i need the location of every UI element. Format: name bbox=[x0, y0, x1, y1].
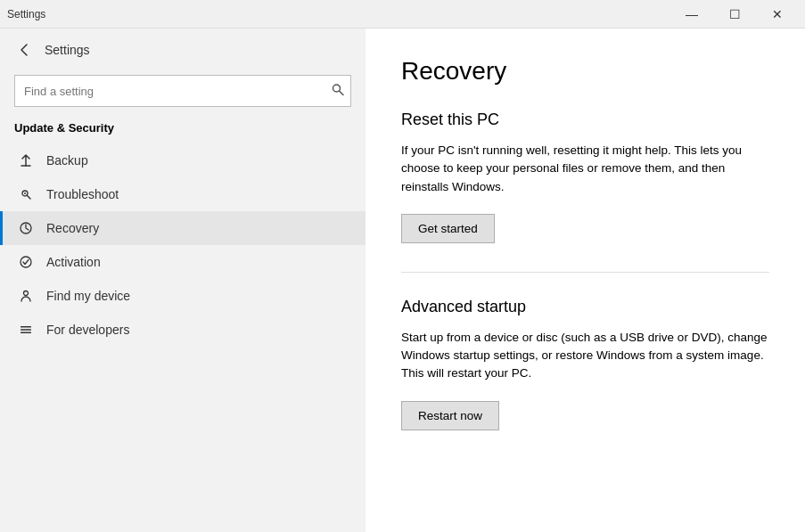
advanced-startup-title: Advanced startup bbox=[401, 298, 769, 316]
app-body: Settings Update & Security Backup bbox=[0, 29, 805, 532]
svg-line-5 bbox=[27, 195, 30, 199]
reset-pc-title: Reset this PC bbox=[401, 110, 769, 129]
sidebar-item-recovery-label: Recovery bbox=[46, 221, 99, 235]
troubleshoot-icon bbox=[18, 186, 34, 202]
maximize-button[interactable]: ☐ bbox=[714, 0, 755, 29]
advanced-startup-description: Start up from a device or disc (such as … bbox=[401, 329, 769, 383]
activation-icon bbox=[18, 254, 34, 270]
sidebar-item-find-my-device[interactable]: Find my device bbox=[0, 279, 366, 313]
sidebar-item-backup[interactable]: Backup bbox=[0, 143, 366, 177]
sidebar-section-title: Update & Security bbox=[0, 118, 366, 143]
svg-line-1 bbox=[340, 91, 344, 95]
section-divider bbox=[401, 272, 769, 273]
sidebar-top: Settings bbox=[0, 29, 366, 68]
minimize-button[interactable]: — bbox=[671, 0, 712, 29]
title-bar: Settings — ☐ ✕ bbox=[0, 0, 805, 29]
sidebar-item-find-my-device-label: Find my device bbox=[46, 289, 130, 303]
sidebar-item-activation[interactable]: Activation bbox=[0, 245, 366, 279]
get-started-button[interactable]: Get started bbox=[401, 214, 495, 243]
svg-point-9 bbox=[24, 291, 29, 296]
svg-rect-10 bbox=[21, 326, 31, 328]
title-bar-title: Settings bbox=[7, 8, 45, 20]
title-bar-left: Settings bbox=[7, 8, 45, 20]
svg-rect-11 bbox=[21, 329, 31, 331]
page-title: Recovery bbox=[401, 57, 769, 86]
svg-point-8 bbox=[21, 257, 31, 267]
sidebar-item-activation-label: Activation bbox=[46, 255, 101, 269]
recovery-icon bbox=[18, 220, 34, 236]
content-area: Recovery Reset this PC If your PC isn't … bbox=[366, 29, 805, 532]
for-developers-icon bbox=[18, 322, 34, 338]
back-button[interactable] bbox=[14, 39, 36, 61]
search-input[interactable] bbox=[14, 75, 351, 107]
close-button[interactable]: ✕ bbox=[757, 0, 798, 29]
sidebar-item-recovery[interactable]: Recovery bbox=[0, 211, 366, 245]
sidebar: Settings Update & Security Backup bbox=[0, 29, 366, 532]
sidebar-item-backup-label: Backup bbox=[46, 153, 88, 168]
sidebar-item-troubleshoot[interactable]: Troubleshoot bbox=[0, 177, 366, 211]
backup-icon bbox=[18, 152, 34, 168]
sidebar-item-for-developers-label: For developers bbox=[46, 323, 129, 337]
search-box bbox=[14, 75, 351, 107]
title-bar-controls: — ☐ ✕ bbox=[671, 0, 798, 29]
restart-now-button[interactable]: Restart now bbox=[401, 401, 499, 430]
reset-pc-description: If your PC isn't running well, resetting… bbox=[401, 142, 769, 196]
sidebar-item-troubleshoot-label: Troubleshoot bbox=[46, 187, 119, 201]
svg-point-6 bbox=[24, 192, 26, 194]
sidebar-app-title: Settings bbox=[45, 43, 90, 57]
find-my-device-icon bbox=[18, 288, 34, 304]
sidebar-item-for-developers[interactable]: For developers bbox=[0, 313, 366, 347]
svg-rect-12 bbox=[21, 332, 31, 334]
search-icon[interactable] bbox=[332, 84, 344, 99]
